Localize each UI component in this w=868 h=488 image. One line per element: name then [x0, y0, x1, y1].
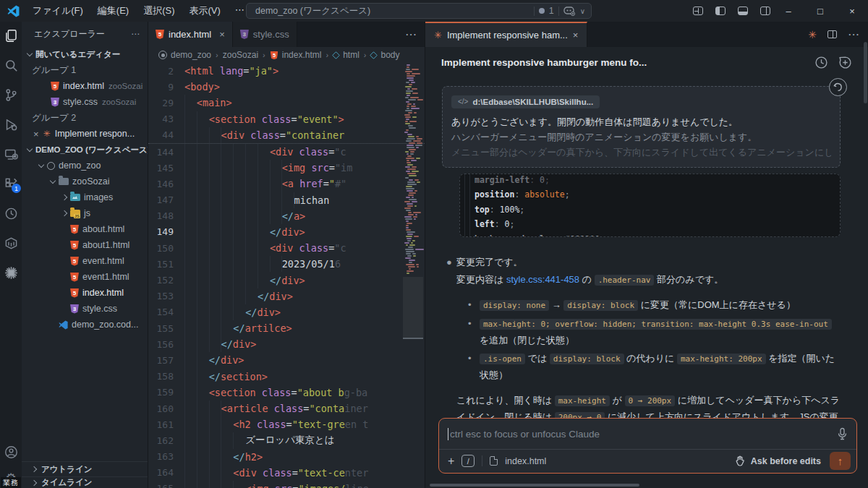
- menu-item[interactable]: 表示(V): [183, 2, 227, 20]
- command-center[interactable]: demo_zoo (ワークスペース) 1 ∨: [246, 3, 592, 19]
- code-line-147[interactable]: 147michan: [148, 192, 425, 208]
- tab-index-html[interactable]: 5 index.html ×: [148, 22, 233, 47]
- workspace-root-header[interactable]: DEMO_ZOO (ワークスペース): [22, 142, 148, 158]
- explorer-icon[interactable]: [4, 28, 18, 43]
- tree-item-demo-zoo-cod-[interactable]: demo_zoo.cod...: [22, 317, 148, 333]
- search-icon[interactable]: [4, 58, 18, 72]
- code-line-2[interactable]: 2<html lang="ja">: [148, 63, 425, 79]
- toggle-panel-button[interactable]: [738, 7, 748, 15]
- tree-item-images[interactable]: images: [22, 189, 148, 205]
- code-line-43[interactable]: 43<section class="event">: [148, 111, 425, 127]
- history-icon[interactable]: [814, 56, 828, 69]
- code-line-146[interactable]: 146<a href="#": [148, 176, 425, 192]
- outline-section[interactable]: アウトライン: [22, 461, 148, 476]
- tree-item-style-css[interactable]: 3style.css: [22, 301, 148, 317]
- menu-item[interactable]: 選択(S): [137, 2, 181, 20]
- open-editor-claude[interactable]: × ✳ Implement respon...: [22, 126, 148, 142]
- close-tab-icon[interactable]: ×: [219, 29, 225, 40]
- run-debug-icon[interactable]: [4, 117, 18, 132]
- vertical-scrollbar[interactable]: [864, 42, 867, 103]
- code-line-154[interactable]: 154</div>: [148, 304, 425, 320]
- close-window-button[interactable]: ×: [836, 0, 868, 22]
- timeline-section[interactable]: タイムライン: [22, 476, 148, 488]
- code-line-155[interactable]: 155</artilce>: [148, 320, 425, 336]
- editor-more-actions[interactable]: ⋯: [405, 22, 417, 47]
- code-line-144[interactable]: 144<div class="c: [148, 144, 425, 160]
- open-editors-header[interactable]: 開いているエディター: [22, 46, 148, 62]
- tree-item-about-html[interactable]: 5about.html: [22, 221, 148, 237]
- breadcrumb[interactable]: demo_zoo› zooSozai› 5 index.html› html› …: [148, 47, 425, 63]
- close-tab-icon[interactable]: ×: [573, 30, 579, 40]
- tab-claude-session[interactable]: ✳ Implement responsive ham... ×: [425, 22, 587, 47]
- minimap[interactable]: [404, 63, 422, 488]
- code-line-157[interactable]: 157</div>: [148, 352, 425, 368]
- slash-command-button[interactable]: /: [461, 455, 475, 467]
- code-line-165[interactable]: 165<img src="images/line: [148, 481, 425, 488]
- attach-button[interactable]: +: [448, 455, 454, 468]
- sidebar-more-actions[interactable]: ⋯: [131, 29, 140, 39]
- container-icon[interactable]: [4, 236, 18, 250]
- minimize-button[interactable]: –: [773, 0, 804, 22]
- toggle-sidebar-button[interactable]: [715, 7, 726, 15]
- chevron-down-icon[interactable]: ∨: [580, 7, 585, 15]
- file-reference-link[interactable]: style.css:441-458: [506, 274, 579, 285]
- claude-input-box[interactable]: + / index.html Ask before edits ↑: [438, 418, 857, 474]
- minimap-slider[interactable]: [403, 277, 423, 339]
- code-line-161[interactable]: 161<h2 class="text-green t: [148, 416, 425, 432]
- timer-icon[interactable]: [4, 206, 18, 221]
- code-line-152[interactable]: 152</div>: [148, 272, 425, 288]
- tree-item-zoosozai[interactable]: zooSozai: [22, 174, 148, 189]
- code-line-148[interactable]: 148</a>: [148, 208, 425, 224]
- remote-explorer-icon[interactable]: [4, 147, 18, 161]
- toggle-secondary-sidebar-button[interactable]: [760, 7, 770, 15]
- tree-item-index-html[interactable]: 5index.html: [22, 285, 148, 301]
- source-control-icon[interactable]: [4, 87, 18, 102]
- extensions-icon[interactable]: 1: [4, 176, 18, 191]
- claude-prompt-input[interactable]: [450, 429, 837, 440]
- mic-icon[interactable]: [837, 427, 848, 440]
- panel-more-actions[interactable]: ⋯: [848, 27, 859, 41]
- code-line-153[interactable]: 153</div>: [148, 288, 425, 304]
- code-line-29[interactable]: 29<main>: [148, 95, 425, 111]
- code-line-156[interactable]: 156</div>: [148, 336, 425, 352]
- send-button[interactable]: ↑: [830, 452, 851, 470]
- copilot-icon[interactable]: [563, 7, 576, 16]
- context-file-chip[interactable]: index.html: [505, 456, 546, 466]
- tree-item-about1-html[interactable]: 5about1.html: [22, 237, 148, 253]
- open-editor-style[interactable]: 3 style.css zooSozai: [22, 94, 148, 110]
- restore-checkpoint-button[interactable]: [829, 78, 847, 96]
- tree-item-demo-zoo[interactable]: demo_zoo: [22, 158, 148, 174]
- menu-item[interactable]: 編集(E): [91, 2, 135, 20]
- split-editor-icon[interactable]: [827, 30, 837, 38]
- maximize-button[interactable]: □: [804, 0, 836, 22]
- permission-mode-label[interactable]: Ask before edits: [751, 456, 821, 466]
- code-line-164[interactable]: 164<div class="text-center: [148, 465, 425, 481]
- tree-item-event-html[interactable]: 5event.html: [22, 253, 148, 269]
- horizontal-scrollbar[interactable]: [430, 484, 639, 487]
- new-chat-icon[interactable]: [838, 56, 852, 69]
- menu-item[interactable]: ファイル(F): [26, 2, 90, 20]
- file-path-chip[interactable]: </> d:\Edbase\SKILLHUB\Skillhu...: [451, 95, 600, 108]
- tree-item-event1-html[interactable]: 5event1.html: [22, 269, 148, 285]
- tab-style-css[interactable]: 3 style.css: [233, 22, 297, 47]
- code-line-151[interactable]: 1512023/05/16: [148, 256, 425, 272]
- account-icon[interactable]: [4, 445, 18, 459]
- code-line-145[interactable]: 145<img src="im: [148, 160, 425, 176]
- code-line-9[interactable]: 9<body>: [148, 79, 425, 95]
- code-line-44[interactable]: 44<div class="container: [148, 127, 425, 143]
- claude-conversation[interactable]: </> d:\Edbase\SKILLHUB\Skillhu... ありがとうご…: [425, 77, 862, 418]
- code-line-159[interactable]: 159<section class="about bg-ba: [148, 385, 425, 401]
- claude-extension-icon[interactable]: [4, 265, 18, 280]
- open-editor-index[interactable]: 5 index.html zooSozai: [22, 78, 148, 94]
- close-icon[interactable]: ×: [33, 129, 39, 140]
- code-line-162[interactable]: 162ズーロッパ東京とは: [148, 432, 425, 448]
- code-line-163[interactable]: 163</h2>: [148, 449, 425, 465]
- code-line-160[interactable]: 160<article class="container: [148, 401, 425, 416]
- code-line-150[interactable]: 150<div class="c: [148, 240, 425, 256]
- claude-new-session-icon[interactable]: ✳: [808, 29, 817, 40]
- code-line-149[interactable]: 149</div>: [148, 224, 425, 240]
- tree-item-js[interactable]: js: [22, 205, 148, 221]
- code-editor[interactable]: 2<html lang="ja">9<body>29<main>43<secti…: [148, 63, 425, 488]
- customize-layout-button[interactable]: [693, 7, 703, 15]
- code-line-158[interactable]: 158</section>: [148, 369, 425, 385]
